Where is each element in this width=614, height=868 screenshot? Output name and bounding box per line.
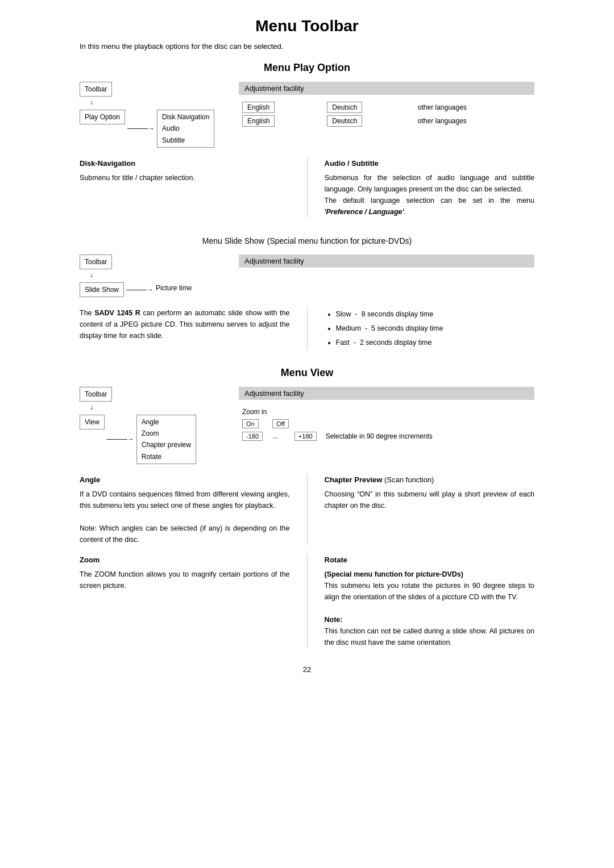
slide-show-heading: Menu Slide Show (Special menu function f…	[80, 235, 534, 247]
zoom-in-label: Zoom in	[242, 408, 267, 416]
arrow-down-icon-2: ↓	[80, 269, 239, 281]
view-sub-items-box: Angle Zoom Chapter preview Rotate	[136, 415, 196, 465]
angle-desc: Angle If a DVD contains sequences filmed…	[80, 474, 290, 545]
vertical-divider-3	[307, 474, 308, 545]
chapter-preview-text: Choosing “ON” in this submenu will play …	[325, 489, 535, 511]
page-title: Menu Toolbar	[80, 17, 534, 35]
zoom-text: The ZOOM function allows you to magnify …	[80, 569, 290, 591]
adjustment-label-1: Adjustment facility	[239, 82, 534, 95]
vertical-divider	[307, 158, 308, 218]
angle-title: Angle	[80, 474, 290, 486]
pos180-box: +180	[294, 432, 317, 441]
table-row: English Deutsch other languages	[239, 101, 534, 114]
angle-note: Note: Which angles can be selected (if a…	[80, 523, 290, 545]
list-item: Slow - 8 seconds display time	[336, 307, 535, 322]
view-descriptions-1: Angle If a DVD contains sequences filmed…	[80, 474, 534, 545]
note-text: This function can not be called during a…	[325, 625, 535, 648]
audio-subtitle-text: Submenus for the selection of audio lang…	[325, 172, 535, 195]
zoom-title: Zoom	[80, 554, 290, 566]
toolbar-box-3: Toolbar	[80, 387, 112, 402]
audio-subtitle-desc: Audio / Subtitle Submenus for the select…	[325, 158, 535, 218]
adjustment-table: English Deutsch other languages English …	[239, 101, 534, 128]
audio-subtitle-text2: The default language selection can be se…	[325, 195, 535, 218]
cell-other-2: other languages	[418, 117, 467, 125]
rotate-subtitle: (Special menu function for picture-DVDs)	[325, 569, 535, 580]
ellipsis-text: ...	[272, 432, 278, 440]
sub-item-angle: Angle	[142, 416, 191, 428]
disk-nav-text: Submenu for title / chapter selection.	[80, 172, 290, 183]
off-box: Off	[272, 419, 288, 428]
cell-other-1: other languages	[418, 103, 467, 111]
audio-subtitle-title: Audio / Subtitle	[325, 158, 535, 170]
disk-nav-title: Disk-Navigation	[80, 158, 290, 170]
cell-deutsch-2: Deutsch	[327, 115, 362, 127]
chapter-preview-title: Chapter Preview (Scan function)	[325, 474, 535, 486]
slide-show-diagram: Toolbar ↓ Slide Show ———→ Picture time A…	[80, 254, 534, 297]
adjustment-label-2: Adjustment facility	[239, 254, 534, 268]
list-item: Fast - 2 seconds display time	[336, 336, 535, 350]
menu-view-diagram: Toolbar ↓ View ———→ Angle Zoom Chapter p…	[80, 387, 534, 464]
slide-show-desc-text: The SADV 1245 R can perform an automatic…	[80, 307, 290, 350]
table-row: On Off	[240, 418, 435, 429]
cell-english-1: English	[242, 102, 275, 113]
play-option-heading: Menu Play Option	[80, 62, 534, 74]
slide-show-text: The SADV 1245 R can perform an automatic…	[80, 307, 290, 341]
list-item: Medium - 5 seconds display time	[336, 322, 535, 336]
sub-item-disk: Disk Navigation	[162, 111, 209, 123]
disk-nav-desc: Disk-Navigation Submenu for title / chap…	[80, 158, 290, 218]
arrow-right-icon: ———→	[127, 123, 155, 134]
section-slide-show: Menu Slide Show (Special menu function f…	[80, 235, 534, 350]
toolbar-box-2: Toolbar	[80, 254, 112, 269]
play-option-adjustment: Adjustment facility English Deutsch othe…	[239, 82, 534, 128]
adjustment-label-3: Adjustment facility	[239, 387, 534, 400]
intro-text: In this menu the playback options for th…	[80, 42, 534, 51]
cell-deutsch-1: Deutsch	[327, 102, 362, 113]
arrow-down-icon: ↓	[80, 97, 239, 108]
menu-view-tree: Toolbar ↓ View ———→ Angle Zoom Chapter p…	[80, 387, 239, 464]
slide-show-box: Slide Show	[80, 282, 124, 297]
slide-show-tree: Toolbar ↓ Slide Show ———→ Picture time	[80, 254, 239, 297]
chapter-preview-desc: Chapter Preview (Scan function) Choosing…	[325, 474, 535, 545]
table-row: English Deutsch other languages	[239, 114, 534, 128]
rotate-desc: Rotate (Special menu function for pictur…	[325, 554, 535, 648]
selectable-text: Selectable in 90 degree increments	[326, 432, 433, 440]
sub-item-chapter: Chapter preview	[142, 439, 191, 450]
sub-item-subtitle: Subtitle	[162, 135, 209, 146]
play-option-descriptions: Disk-Navigation Submenu for title / chap…	[80, 158, 534, 218]
view-descriptions-2: Zoom The ZOOM function allows you to mag…	[80, 554, 534, 648]
arrow-down-icon-3: ↓	[80, 402, 239, 413]
toolbar-box: Toolbar	[80, 82, 112, 97]
sub-items-box: Disk Navigation Audio Subtitle	[157, 110, 214, 148]
sub-item-audio: Audio	[162, 123, 209, 134]
slide-show-bullets: Slow - 8 seconds display time Medium - 5…	[325, 307, 535, 350]
menu-view-heading: Menu View	[80, 367, 534, 379]
rotate-title: Rotate	[325, 554, 535, 566]
slide-show-descriptions: The SADV 1245 R can perform an automatic…	[80, 307, 534, 350]
arrow-right-icon-2: ———→	[126, 284, 154, 295]
page-number: 22	[303, 665, 311, 674]
section-menu-view: Menu View Toolbar ↓ View ———→ Angle Zoom…	[80, 367, 534, 648]
vertical-divider-2	[307, 307, 308, 350]
picture-time-box: Picture time	[156, 282, 192, 294]
note-title: Note:	[325, 614, 535, 625]
play-option-box: Play Option	[80, 110, 125, 124]
angle-text: If a DVD contains sequences filmed from …	[80, 489, 290, 511]
arrow-right-icon-3: ———→	[107, 433, 134, 445]
rotate-text: This submenu lets you rotate the picture…	[325, 580, 535, 603]
cell-english-2: English	[242, 115, 275, 127]
zoom-desc: Zoom The ZOOM function allows you to mag…	[80, 554, 290, 648]
neg180-box: -180	[242, 432, 263, 441]
slide-show-adjustment: Adjustment facility	[239, 254, 534, 271]
vertical-divider-4	[307, 554, 308, 648]
table-row: -180 ... +180 Selectable in 90 degree in…	[240, 431, 435, 442]
view-box: View	[80, 415, 105, 429]
on-box: On	[242, 419, 259, 428]
view-adjustment: Adjustment facility Zoom in On Off -180 …	[239, 387, 534, 443]
play-option-diagram: Toolbar ↓ Play Option ———→ Disk Navigati…	[80, 82, 534, 148]
section-play-option: Menu Play Option Toolbar ↓ Play Option —…	[80, 62, 534, 218]
sub-item-rotate: Rotate	[142, 451, 191, 462]
bullet-list: Slow - 8 seconds display time Medium - 5…	[325, 307, 535, 350]
sub-item-zoom: Zoom	[142, 428, 191, 439]
page-footer: 22	[80, 665, 534, 674]
play-option-tree: Toolbar ↓ Play Option ———→ Disk Navigati…	[80, 82, 239, 148]
